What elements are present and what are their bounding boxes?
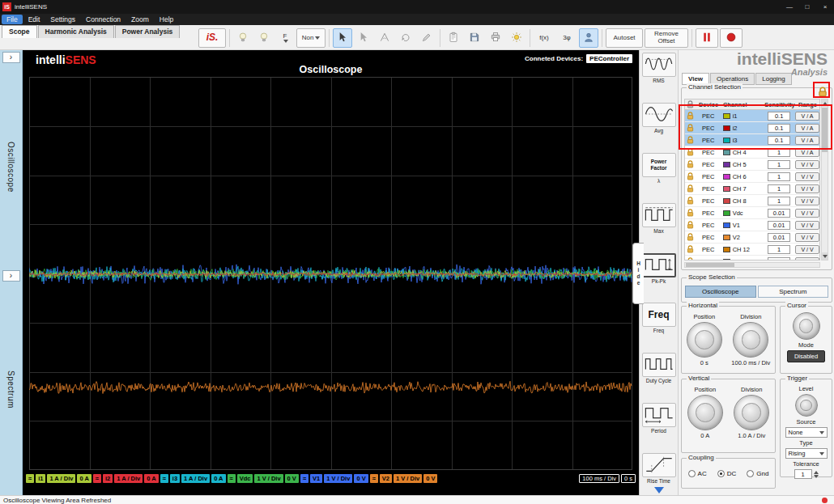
- range-button[interactable]: V / V: [795, 172, 819, 181]
- spectrum-expand-button[interactable]: ›: [2, 270, 20, 282]
- display-settings-button[interactable]: [507, 28, 526, 48]
- sensitivity-input[interactable]: 1: [768, 245, 790, 254]
- trigger-source-dropdown[interactable]: None: [785, 427, 828, 438]
- legend-scale-chip[interactable]: 1 A / Div: [181, 474, 210, 483]
- sensitivity-input[interactable]: 1: [768, 257, 790, 261]
- legend-offset-chip[interactable]: 0 A: [144, 474, 158, 483]
- measurement-max-button[interactable]: [642, 203, 676, 227]
- legend-scale-chip[interactable]: 1 A / Div: [47, 474, 75, 483]
- vertical-division-knob[interactable]: [734, 395, 769, 430]
- legend-scale-chip[interactable]: 1 A / Div: [114, 474, 143, 483]
- menu-item-zoom[interactable]: Zoom: [126, 15, 154, 24]
- radio-button[interactable]: [717, 470, 725, 477]
- cursor-knob[interactable]: [793, 312, 820, 340]
- sensitivity-input[interactable]: 0.1: [768, 112, 790, 121]
- measurement---button[interactable]: Power Factor: [642, 153, 676, 177]
- radio-button[interactable]: [688, 470, 696, 477]
- row-lock-icon[interactable]: [685, 233, 696, 241]
- range-button[interactable]: V / V: [795, 184, 819, 193]
- range-button[interactable]: V / A: [795, 136, 819, 145]
- copy-button[interactable]: [444, 28, 463, 48]
- rotate-tool-button[interactable]: [396, 28, 415, 48]
- sensitivity-input[interactable]: 1: [768, 197, 790, 205]
- channel-row-i3[interactable]: PECi30.1V / A: [685, 134, 819, 146]
- trigger-tolerance-spinner[interactable]: 1: [794, 469, 819, 479]
- menu-item-help[interactable]: Help: [155, 15, 178, 24]
- coupling-option-gnd[interactable]: Gnd: [747, 470, 768, 477]
- legend-offset-chip[interactable]: 0 V: [423, 474, 437, 483]
- remove-offset-button[interactable]: Remove Offset: [645, 28, 688, 48]
- channel-row-ch5[interactable]: PECCH 51V / V: [685, 159, 819, 171]
- sensitivity-input[interactable]: 1: [768, 148, 790, 157]
- legend-name-chip[interactable]: i1: [36, 474, 45, 483]
- sensitivity-input[interactable]: 1: [768, 160, 790, 169]
- row-lock-icon[interactable]: [685, 136, 696, 144]
- channel-row-v2[interactable]: PECV20.01V / V: [685, 231, 819, 244]
- trigger-level-knob[interactable]: [795, 394, 818, 417]
- tab-power-analysis[interactable]: Power Analysis: [115, 25, 181, 38]
- measurement-duty-cycle-button[interactable]: [642, 353, 676, 377]
- user-button[interactable]: [579, 28, 598, 48]
- channel-table-scrollbar[interactable]: [821, 99, 828, 260]
- panel-tab-logging[interactable]: Logging: [755, 73, 791, 85]
- legend-offset-chip[interactable]: 0 A: [211, 474, 225, 483]
- menu-item-file[interactable]: File: [2, 15, 23, 24]
- formula-button[interactable]: f(x): [534, 28, 555, 48]
- channel-row-ch12[interactable]: PECCH 121V / V: [685, 244, 819, 256]
- sensitivity-input[interactable]: 0.1: [768, 124, 790, 133]
- range-button[interactable]: V / A: [795, 148, 819, 157]
- row-lock-icon[interactable]: [685, 160, 696, 168]
- row-lock-icon[interactable]: [685, 197, 696, 205]
- print-button[interactable]: [486, 28, 505, 48]
- range-button[interactable]: V / V: [795, 257, 819, 261]
- channel-row-i2[interactable]: PECi20.1V / A: [685, 122, 819, 134]
- minimize-button[interactable]: —: [781, 0, 798, 14]
- row-lock-icon[interactable]: [685, 124, 696, 132]
- pause-button[interactable]: [696, 28, 718, 48]
- legend-scale-chip[interactable]: 1 V / Div: [394, 474, 422, 483]
- sensitivity-input[interactable]: 1: [768, 184, 790, 193]
- close-button[interactable]: ×: [816, 0, 834, 14]
- row-lock-icon[interactable]: [685, 172, 696, 180]
- scroll-down-icon[interactable]: [822, 252, 828, 260]
- legend-offset-chip[interactable]: 0 V: [285, 474, 299, 483]
- measurement-period-button[interactable]: [642, 403, 676, 427]
- legend-offset-chip[interactable]: 0 V: [354, 474, 368, 483]
- intellisens-logo-button[interactable]: iS.: [198, 28, 226, 48]
- channel-row-ch7[interactable]: PECCH 71V / V: [685, 183, 819, 195]
- legend-name-chip[interactable]: i3: [170, 474, 180, 483]
- cursor-mode-button[interactable]: Disabled: [787, 350, 825, 362]
- tab-harmonic-analysis[interactable]: Harmonic Analysis: [38, 25, 114, 38]
- range-button[interactable]: V / V: [795, 160, 819, 169]
- sensitivity-input[interactable]: 0.01: [768, 233, 790, 242]
- scroll-up-icon[interactable]: [822, 100, 828, 107]
- channel-table-hscrollbar[interactable]: [684, 262, 820, 268]
- range-button[interactable]: V / A: [795, 112, 819, 121]
- three-phase-button[interactable]: 3φ: [556, 28, 577, 48]
- legend-scale-chip[interactable]: 1 V / Div: [254, 474, 283, 483]
- measurement-rise-time-button[interactable]: [642, 453, 676, 477]
- sensitivity-input[interactable]: 0.01: [768, 221, 790, 230]
- row-lock-icon[interactable]: [685, 221, 696, 229]
- channel-lock-icon[interactable]: [818, 87, 828, 99]
- trigger-type-dropdown[interactable]: Rising: [785, 448, 828, 459]
- scope-select-oscilloscope[interactable]: Oscilloscope: [685, 286, 756, 298]
- hide-measurements-tab[interactable]: Hide: [632, 243, 644, 304]
- row-lock-icon[interactable]: [685, 184, 696, 193]
- spin-down-icon[interactable]: [814, 475, 819, 478]
- range-button[interactable]: V / A: [795, 124, 819, 133]
- scope-select-spectrum[interactable]: Spectrum: [758, 286, 829, 298]
- coupling-option-dc[interactable]: DC: [717, 470, 737, 477]
- waveform-canvas[interactable]: [29, 77, 632, 470]
- radio-button[interactable]: [747, 470, 754, 477]
- coupling-option-ac[interactable]: AC: [688, 470, 707, 477]
- legend-name-chip[interactable]: i2: [103, 474, 113, 483]
- sensitivity-input[interactable]: 0.1: [768, 136, 790, 145]
- draw-tool-button[interactable]: [417, 28, 436, 48]
- row-lock-icon[interactable]: [685, 257, 696, 260]
- range-button[interactable]: V / V: [795, 245, 819, 254]
- oscilloscope-expand-button[interactable]: ›: [2, 52, 20, 63]
- channel-row-i1[interactable]: PECi10.1V / A: [685, 110, 819, 122]
- menu-item-edit[interactable]: Edit: [23, 15, 45, 24]
- legend-scale-chip[interactable]: 1 V / Div: [324, 474, 352, 483]
